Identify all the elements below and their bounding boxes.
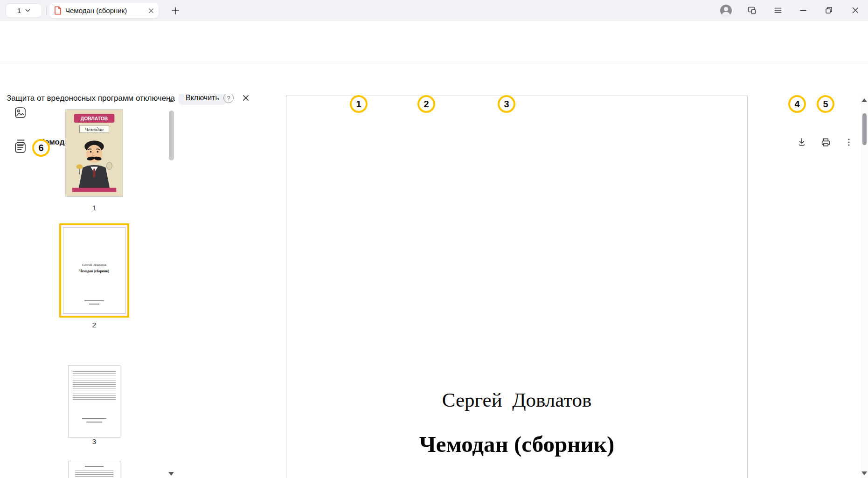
thumbnail-scroll-down-arrow[interactable] [168, 472, 174, 476]
mini-heading-line [85, 466, 104, 467]
annotation-marker-6: 6 [32, 139, 50, 157]
tab-counter-button[interactable]: 1 [6, 3, 42, 18]
mini-text-line [82, 418, 106, 419]
security-bar: Защита от вредоносных программ отключена… [0, 44, 868, 63]
mini-paragraph [73, 371, 116, 400]
thumbnail-page-3[interactable] [68, 365, 120, 438]
window-minimize-button[interactable] [797, 4, 810, 17]
mini-imprint-line [89, 304, 99, 305]
mini-text-line [86, 422, 102, 423]
thumbnail-label-3: 3 [68, 437, 120, 445]
window-restore-button[interactable] [822, 4, 835, 17]
main-scroll-down-arrow[interactable] [861, 471, 867, 475]
thumbnail-page-4-partial[interactable] [68, 461, 120, 478]
main-scrollbar-thumb[interactable] [862, 113, 867, 145]
thumbnail-scrollbar[interactable] [168, 96, 175, 478]
pdf-download-icon[interactable] [795, 136, 808, 149]
annotation-marker-5: 5 [817, 95, 834, 113]
thumbnail-page-2-page: Сергей Довлатов Чемодан (сборник) [63, 227, 125, 314]
book-cover-art: ДОВЛАТОВ Чемодан [66, 110, 123, 196]
pdf-page-title: Чемодан (сборник) [286, 431, 747, 457]
tab-bar: 1 Чемодан (сборник) [0, 0, 868, 21]
thumbnails-view-icon[interactable] [13, 105, 27, 119]
browser-window: 1 Чемодан (сборник) [0, 0, 868, 478]
browser-menu-icon[interactable] [771, 4, 785, 17]
tab-title: Чемодан (сборник) [65, 7, 145, 14]
chevron-down-icon [25, 9, 30, 12]
pdf-print-icon[interactable] [819, 136, 832, 149]
tab-counter-value: 1 [17, 7, 21, 14]
annotation-marker-4: 4 [788, 95, 806, 113]
mini-imprint-line [84, 300, 104, 301]
thumbnail-label-2: 2 [59, 321, 129, 329]
cover-title: Чемодан [85, 126, 104, 132]
enable-protection-label: Включить [186, 94, 219, 102]
pdf-file-icon [54, 6, 62, 15]
annotation-marker-2: 2 [417, 95, 435, 113]
annotation-marker-1: 1 [350, 95, 368, 113]
mini-title: Чемодан (сборник) [63, 269, 125, 273]
pdf-page: Сергей Довлатов Чемодан (сборник) [286, 96, 748, 478]
thumbnail-scrollbar-thumb[interactable] [169, 111, 174, 160]
main-scrollbar[interactable] [861, 96, 868, 478]
contents-view-icon[interactable] [13, 140, 27, 154]
pdf-page-author: Сергей Довлатов [286, 388, 747, 411]
mini-paragraph [75, 471, 113, 478]
thumbnail-scroll-up-arrow[interactable] [168, 98, 174, 102]
tabbar-divider [46, 6, 47, 15]
address-bar: Я file:///C:/Users/User/Downloads/Чемода… [0, 21, 868, 44]
tab-close-icon[interactable] [148, 8, 154, 14]
annotation-marker-3: 3 [498, 95, 515, 113]
mini-author: Сергей Довлатов [63, 263, 125, 267]
new-tab-button[interactable] [169, 4, 182, 17]
pdf-toolbar: Чемодан (сборник) 2 / 21 100% [0, 63, 868, 94]
pdf-kebab-icon[interactable] [842, 136, 855, 149]
thumbnail-page-2-selected[interactable]: Сергей Довлатов Чемодан (сборник) [59, 223, 129, 318]
window-close-button[interactable] [849, 4, 862, 17]
side-panel-icon[interactable] [745, 4, 758, 17]
thumbnail-label-1: 1 [65, 204, 123, 212]
security-message: Защита от вредоносных программ отключена [7, 94, 175, 103]
help-icon[interactable]: ? [223, 93, 234, 103]
help-icon-label: ? [227, 95, 230, 102]
main-scroll-up-arrow[interactable] [861, 98, 867, 102]
profile-avatar[interactable] [719, 4, 732, 17]
tab-active[interactable]: Чемодан (сборник) [49, 3, 159, 18]
thumbnail-page-1[interactable]: ДОВЛАТОВ Чемодан [65, 109, 123, 197]
cover-author: ДОВЛАТОВ [81, 116, 108, 121]
